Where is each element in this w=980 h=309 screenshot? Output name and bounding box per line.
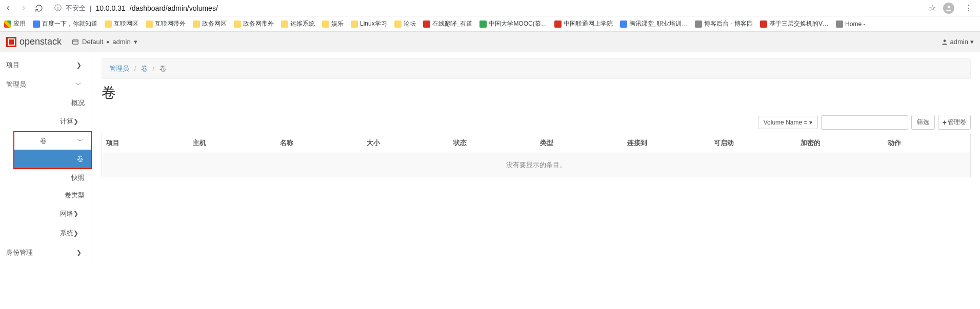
back-icon[interactable] <box>4 4 12 12</box>
bookmark-label: 基于三层交换机的V… <box>769 19 829 28</box>
bookmark-favicon <box>351 20 358 28</box>
header-bar: openstack Default ● admin ▾ admin ▾ <box>0 32 980 52</box>
table-column-header[interactable]: 主机 <box>189 133 275 153</box>
breadcrumb-sep: / <box>153 65 155 72</box>
table-column-header[interactable]: 可启动 <box>710 133 796 153</box>
table-column-header[interactable]: 加密的 <box>796 133 883 153</box>
sidebar-item-system[interactable]: 系统 ❯ <box>0 223 92 243</box>
breadcrumb: 管理员 / 卷 / 卷 <box>102 58 971 79</box>
bookmark-item[interactable]: 基于三层交换机的V… <box>760 19 829 28</box>
filter-button[interactable]: 筛选 <box>911 115 935 130</box>
caret-down-icon: ▾ <box>970 38 974 46</box>
bookmark-item[interactable]: 腾讯课堂_职业培训… <box>620 19 688 28</box>
svg-point-2 <box>943 39 946 42</box>
breadcrumb-sep: / <box>134 65 136 72</box>
bookmark-favicon <box>836 20 843 28</box>
reload-icon[interactable] <box>35 4 43 12</box>
sidebar-label-project: 项目 <box>6 60 19 70</box>
bookmark-item[interactable]: 百度一下，你就知道 <box>33 19 97 28</box>
table-header-row: 项目主机名称大小状态类型连接到可启动加密的动作 <box>102 133 970 153</box>
bookmark-label: 运维系统 <box>290 19 315 28</box>
bookmark-item[interactable]: 中国联通网上学院 <box>554 19 613 28</box>
bookmark-label: 博客后台 - 博客园 <box>704 19 753 28</box>
sidebar-item-volume-sub[interactable]: 卷 <box>14 150 91 168</box>
bookmark-label: 论坛 <box>404 19 416 28</box>
sidebar: 项目 ❯ 管理员 ﹀ 概况 计算 ❯ 卷 ﹀ 卷 快照 卷类型 <box>0 52 92 262</box>
filter-input[interactable] <box>821 115 908 130</box>
bookmark-label: 在线翻译_有道 <box>432 19 473 28</box>
svg-point-0 <box>948 6 950 8</box>
sidebar-label-volume-type: 卷类型 <box>65 191 85 199</box>
sidebar-item-compute[interactable]: 计算 ❯ <box>0 112 92 131</box>
bookmark-label: 腾讯课堂_职业培训… <box>629 19 688 28</box>
filter-field-dropdown[interactable]: Volume Name = ▾ <box>758 116 818 129</box>
bookmark-label: 中国联通网上学院 <box>564 19 613 28</box>
bookmark-label: 娱乐 <box>331 19 344 28</box>
sidebar-item-network[interactable]: 网络 ❯ <box>0 204 92 223</box>
bookmark-item[interactable]: 互联网带外 <box>146 19 186 28</box>
chevron-right-icon: ❯ <box>73 210 78 217</box>
manage-volume-button[interactable]: + 管理卷 <box>938 115 971 130</box>
url-host: 10.0.0.31 <box>95 4 125 12</box>
table-column-header[interactable]: 项目 <box>102 133 189 153</box>
bookmark-item[interactable]: 论坛 <box>394 19 416 28</box>
bookmark-item[interactable]: 政务网区 <box>193 19 227 28</box>
table-column-header[interactable]: 名称 <box>276 133 363 153</box>
manage-volume-label: 管理卷 <box>948 118 966 127</box>
bookmark-item[interactable]: 中国大学MOOC(慕… <box>479 19 547 28</box>
domain-label: Default <box>82 38 103 46</box>
bookmark-label: 政务网带外 <box>243 19 274 28</box>
browser-profile-avatar[interactable] <box>943 3 954 14</box>
bookmark-favicon <box>394 20 402 28</box>
sidebar-label-overview: 概况 <box>71 99 85 107</box>
table-column-header[interactable]: 大小 <box>363 133 449 153</box>
bookmark-label: 互联网区 <box>114 19 138 28</box>
bookmark-star-icon[interactable]: ☆ <box>929 3 936 13</box>
bookmark-item[interactable]: 博客后台 - 博客园 <box>695 19 753 28</box>
bookmark-favicon <box>479 20 487 28</box>
table-column-header[interactable]: 类型 <box>536 133 623 153</box>
chevron-down-icon: ﹀ <box>75 80 82 89</box>
info-icon[interactable]: ⓘ <box>54 4 62 13</box>
table-column-header[interactable]: 状态 <box>449 133 536 153</box>
sidebar-item-admin[interactable]: 管理员 ﹀ <box>0 75 92 94</box>
domain-icon <box>72 38 79 46</box>
breadcrumb-admin[interactable]: 管理员 <box>109 65 129 72</box>
bookmark-apps[interactable]: 应用 <box>4 19 26 28</box>
browser-menu-icon[interactable]: ⋮ <box>962 3 976 13</box>
table-column-header[interactable]: 动作 <box>884 133 970 153</box>
breadcrumb-current: 卷 <box>159 65 166 72</box>
bookmark-item[interactable]: Home - <box>836 20 865 28</box>
domain-project-selector[interactable]: Default ● admin ▾ <box>72 38 137 46</box>
bookmark-label: 百度一下，你就知道 <box>42 19 97 28</box>
bookmark-apps-label: 应用 <box>13 19 26 28</box>
caret-down-icon: ▾ <box>134 38 137 46</box>
sidebar-item-project[interactable]: 项目 ❯ <box>0 55 92 75</box>
sidebar-item-identity[interactable]: 身份管理 ❯ <box>0 243 92 262</box>
bookmark-item[interactable]: 运维系统 <box>281 19 315 28</box>
sidebar-label-admin: 管理员 <box>6 80 26 89</box>
table-column-header[interactable]: 连接到 <box>623 133 710 153</box>
breadcrumb-volume[interactable]: 卷 <box>141 65 148 72</box>
sidebar-volume-group: 卷 ﹀ 卷 <box>13 131 92 169</box>
chevron-right-icon: ❯ <box>76 61 82 69</box>
bookmark-favicon <box>281 20 288 28</box>
filter-row: Volume Name = ▾ 筛选 + 管理卷 <box>102 115 971 130</box>
sidebar-item-volume[interactable]: 卷 ﹀ <box>14 132 91 150</box>
forward-icon <box>19 4 28 12</box>
user-menu[interactable]: admin ▾ <box>941 38 974 46</box>
bookmark-item[interactable]: 在线翻译_有道 <box>423 19 473 28</box>
openstack-logo-icon <box>6 37 16 47</box>
logo[interactable]: openstack <box>6 36 62 47</box>
sidebar-item-overview[interactable]: 概况 <box>0 94 92 112</box>
bookmark-item[interactable]: 娱乐 <box>322 19 344 28</box>
bookmark-item[interactable]: 互联网区 <box>105 19 138 28</box>
bookmark-item[interactable]: 政务网带外 <box>234 19 274 28</box>
insecure-label: 不安全 <box>66 4 86 13</box>
sidebar-item-snapshot[interactable]: 快照 <box>0 169 92 187</box>
url-separator: | <box>90 4 91 12</box>
url-bar[interactable]: ⓘ 不安全 | 10.0.0.31/dashboard/admin/volume… <box>50 2 917 15</box>
chevron-right-icon: ❯ <box>73 230 78 237</box>
sidebar-item-volume-type[interactable]: 卷类型 <box>0 187 92 204</box>
bookmark-item[interactable]: Linux学习 <box>351 19 387 28</box>
